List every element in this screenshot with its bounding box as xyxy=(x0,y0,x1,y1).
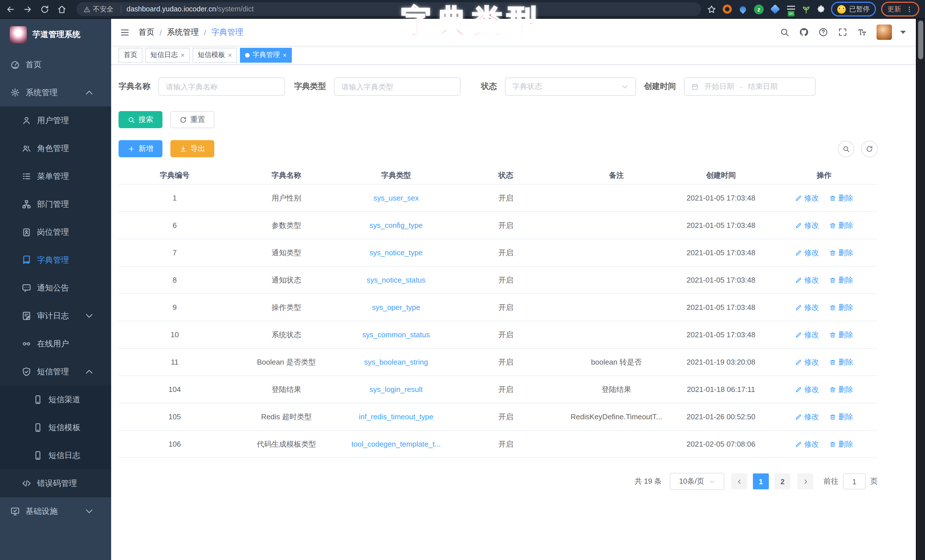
edit-button[interactable]: 修改 xyxy=(795,275,819,285)
close-icon[interactable]: × xyxy=(283,51,287,59)
extension-gem-icon[interactable] xyxy=(770,4,780,15)
dict-type-link[interactable]: sys_boolean_string xyxy=(364,358,428,366)
dict-name-input[interactable] xyxy=(158,77,285,96)
extension-list-icon[interactable]: on xyxy=(785,4,796,15)
breadcrumb-item[interactable]: 系统管理 xyxy=(167,27,199,37)
close-icon[interactable]: × xyxy=(181,51,185,59)
cell-status: 开启 xyxy=(450,357,561,367)
browser-forward-icon[interactable] xyxy=(23,4,33,14)
sidebar-item-user-mgmt[interactable]: 用户管理 xyxy=(0,107,111,134)
sidebar-item-notice[interactable]: 通知公告 xyxy=(0,274,111,302)
browser-menu-icon[interactable] xyxy=(905,5,913,13)
browser-home-icon[interactable] xyxy=(57,4,67,14)
tab-sms-log[interactable]: 短信日志× xyxy=(145,48,190,62)
delete-button[interactable]: 删除 xyxy=(829,412,853,422)
hamburger-icon[interactable] xyxy=(120,27,130,37)
extension-plant-icon[interactable] xyxy=(801,4,811,14)
sidebar-item-home[interactable]: 首页 xyxy=(0,51,111,78)
user-avatar[interactable] xyxy=(877,24,892,40)
font-size-icon[interactable] xyxy=(857,27,867,37)
show-search-button[interactable] xyxy=(838,140,854,157)
edit-button[interactable]: 修改 xyxy=(795,247,819,258)
status-select[interactable]: 字典状态 xyxy=(505,77,636,96)
refresh-table-button[interactable] xyxy=(861,140,878,157)
dict-type-input[interactable] xyxy=(334,77,461,96)
breadcrumb-item[interactable]: 首页 xyxy=(139,27,154,37)
dict-type-link[interactable]: inf_redis_timeout_type xyxy=(359,412,434,421)
browser-update-chip[interactable]: 更新 xyxy=(881,2,919,17)
delete-button[interactable]: 删除 xyxy=(829,275,853,285)
dict-type-link[interactable]: sys_notice_type xyxy=(370,248,423,257)
tab-sms-template[interactable]: 短信模板× xyxy=(193,48,237,62)
sidebar-item-role-mgmt[interactable]: 角色管理 xyxy=(0,134,111,163)
edit-button[interactable]: 修改 xyxy=(795,439,819,449)
sidebar-item-sms-channel[interactable]: 短信渠道 xyxy=(0,386,111,414)
fullscreen-icon[interactable] xyxy=(838,27,848,37)
dict-type-link[interactable]: sys_config_type xyxy=(370,221,423,230)
sidebar-item-infrastructure[interactable]: 基础设施 xyxy=(0,497,111,525)
sidebar-item-menu-mgmt[interactable]: 菜单管理 xyxy=(0,163,111,190)
sidebar-item-sms-log[interactable]: 短信日志 xyxy=(0,441,111,470)
date-range-picker[interactable]: 开始日期 - 结束日期 xyxy=(684,77,816,96)
delete-button[interactable]: 删除 xyxy=(829,220,853,230)
extension-donut-icon[interactable] xyxy=(722,4,732,15)
dict-type-link[interactable]: sys_login_result xyxy=(370,385,423,394)
edit-button[interactable]: 修改 xyxy=(795,330,819,340)
edit-button[interactable]: 修改 xyxy=(795,384,819,394)
edit-button[interactable]: 修改 xyxy=(795,302,819,313)
prev-page-button[interactable] xyxy=(731,473,747,489)
tab-home[interactable]: 首页 xyxy=(119,48,143,62)
sidebar-item-sms-mgmt[interactable]: 短信管理 xyxy=(0,358,111,386)
address-bar[interactable]: 不安全 dashboard.yudao.iocoder.cn /system/d… xyxy=(76,2,701,16)
page-size-select[interactable]: 10条/页 xyxy=(670,473,725,490)
dict-type-link[interactable]: sys_common_status xyxy=(363,330,430,339)
extension-drop-icon[interactable] xyxy=(738,4,748,15)
page-1[interactable]: 1 xyxy=(753,473,769,489)
edit-button[interactable]: 修改 xyxy=(795,357,819,367)
dict-type-link[interactable]: tool_codegen_template_t... xyxy=(351,440,441,449)
scrollbar[interactable] xyxy=(916,19,925,560)
next-page-button[interactable] xyxy=(797,473,813,489)
sidebar-item-sms-template[interactable]: 短信模板 xyxy=(0,414,111,441)
delete-button[interactable]: 删除 xyxy=(829,439,853,449)
sidebar-item-online-users[interactable]: 在线用户 xyxy=(0,330,111,358)
search-button[interactable]: 搜索 xyxy=(119,111,163,128)
page-2[interactable]: 2 xyxy=(774,473,791,489)
help-icon[interactable] xyxy=(818,27,828,37)
edit-button[interactable]: 修改 xyxy=(795,193,819,203)
goto-page-input[interactable] xyxy=(843,473,866,489)
scrollbar-thumb[interactable] xyxy=(918,21,923,59)
browser-reload-icon[interactable] xyxy=(40,4,50,14)
search-icon[interactable] xyxy=(780,27,789,37)
export-button[interactable]: 导出 xyxy=(170,140,214,157)
profile-paused-chip[interactable]: 已暂停 xyxy=(831,2,876,17)
add-button[interactable]: 新增 xyxy=(119,140,163,157)
extension-green-icon[interactable]: z xyxy=(753,4,764,15)
cell-dict-name: 用户性别 xyxy=(231,193,342,203)
bookmark-star-icon[interactable] xyxy=(707,4,716,14)
sidebar-item-dict-mgmt[interactable]: 字典管理 xyxy=(0,246,111,274)
sidebar-item-system-mgmt[interactable]: 系统管理 xyxy=(0,78,111,107)
delete-button[interactable]: 删除 xyxy=(829,384,853,394)
extensions-puzzle-icon[interactable] xyxy=(816,4,826,14)
dict-type-link[interactable]: sys_notice_status xyxy=(367,276,426,284)
github-icon[interactable] xyxy=(799,27,809,37)
close-icon[interactable]: × xyxy=(228,51,232,59)
avatar-caret-icon[interactable] xyxy=(898,27,908,37)
delete-button[interactable]: 删除 xyxy=(829,302,853,313)
sidebar-item-error-code-mgmt[interactable]: 错误码管理 xyxy=(0,470,111,497)
browser-back-icon[interactable] xyxy=(6,4,15,14)
reset-button[interactable]: 重置 xyxy=(170,111,214,128)
delete-button[interactable]: 删除 xyxy=(829,330,853,340)
sidebar-item-post-mgmt[interactable]: 岗位管理 xyxy=(0,218,111,246)
edit-button[interactable]: 修改 xyxy=(795,220,819,230)
edit-button[interactable]: 修改 xyxy=(795,412,819,422)
dict-type-link[interactable]: sys_oper_type xyxy=(372,303,420,312)
delete-button[interactable]: 删除 xyxy=(829,357,853,367)
tab-dict-mgmt[interactable]: 字典管理× xyxy=(240,48,292,62)
delete-button[interactable]: 删除 xyxy=(829,193,853,203)
sidebar-item-dept-mgmt[interactable]: 部门管理 xyxy=(0,190,111,218)
dict-type-link[interactable]: sys_user_sex xyxy=(374,194,419,202)
sidebar-item-audit-log[interactable]: 审计日志 xyxy=(0,302,111,330)
delete-button[interactable]: 删除 xyxy=(829,247,853,258)
